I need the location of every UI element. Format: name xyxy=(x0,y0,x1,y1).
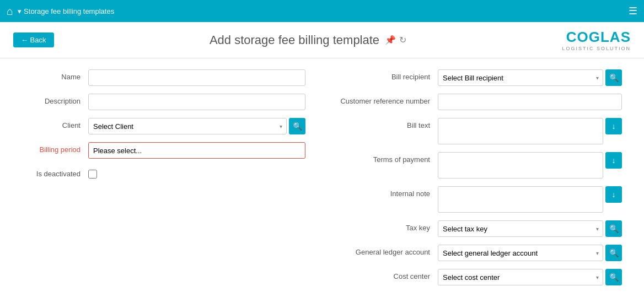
chevron-icon: ▾ xyxy=(18,7,22,15)
bill-recipient-select[interactable]: Select Bill recipient xyxy=(438,69,603,86)
internal-note-row: Internal note ↓ xyxy=(339,186,622,213)
search-icon: 🔍 xyxy=(609,248,619,257)
general-ledger-row: General ledger account Select general le… xyxy=(339,245,622,261)
home-icon[interactable]: ⌂ xyxy=(7,5,13,18)
terms-of-payment-row: Terms of payment ↓ xyxy=(339,152,622,179)
is-deactivated-control-wrap xyxy=(88,166,305,179)
arrow-down-icon: ↓ xyxy=(612,190,616,199)
coglas-logo: COGLAS LOGISTIC SOLUTION xyxy=(562,29,631,51)
page-header: ← Back Add storage fee billing template … xyxy=(0,22,644,58)
top-navigation: ⌂ ▾ Storage fee billing templates ☰ xyxy=(0,0,644,22)
cost-center-select-wrapper: Select cost center ▾ xyxy=(438,269,603,285)
name-row: Name xyxy=(22,69,305,86)
internal-note-down-button[interactable]: ↓ xyxy=(605,186,622,203)
bill-text-label: Bill text xyxy=(339,118,438,129)
tax-key-control-wrap: Select tax key ▾ 🔍 xyxy=(438,220,622,237)
pin-icon[interactable]: 📌 xyxy=(385,35,396,45)
name-label: Name xyxy=(22,69,88,81)
cost-center-control-wrap: Select cost center ▾ 🔍 xyxy=(438,269,622,285)
bill-text-textarea[interactable] xyxy=(438,118,603,144)
header-icons: 📌 ↻ xyxy=(385,35,406,45)
tax-key-select-wrapper: Select tax key ▾ xyxy=(438,220,603,237)
search-icon: 🔍 xyxy=(609,224,619,233)
general-ledger-label: General ledger account xyxy=(339,245,438,256)
customer-ref-control-wrap xyxy=(438,94,622,110)
terms-of-payment-label: Terms of payment xyxy=(339,152,438,164)
header-title-area: Add storage fee billing template 📌 ↻ xyxy=(210,33,406,47)
general-ledger-select[interactable]: Select general ledger account xyxy=(438,245,603,261)
main-content: Name Description Client Select Clie xyxy=(0,58,644,308)
logo-brand: COGLAS xyxy=(562,29,631,46)
bill-recipient-search-button[interactable]: 🔍 xyxy=(605,69,622,86)
billing-period-row: Billing period Please select... xyxy=(22,142,305,159)
is-deactivated-checkbox[interactable] xyxy=(88,170,97,179)
terms-of-payment-textarea[interactable] xyxy=(438,152,603,179)
billing-period-label: Billing period xyxy=(22,142,88,154)
description-label: Description xyxy=(22,94,88,105)
customer-ref-label: Customer reference number xyxy=(339,94,438,105)
description-control-wrap xyxy=(88,94,305,110)
arrow-down-icon: ↓ xyxy=(612,156,616,165)
name-input[interactable] xyxy=(88,69,305,86)
refresh-icon[interactable]: ↻ xyxy=(399,35,406,45)
tax-key-select[interactable]: Select tax key xyxy=(438,220,603,237)
client-row: Client Select Client ▾ 🔍 xyxy=(22,118,305,134)
client-control-wrap: Select Client ▾ 🔍 xyxy=(88,118,305,134)
billing-period-select[interactable]: Please select... xyxy=(88,142,305,159)
search-icon: 🔍 xyxy=(293,122,302,131)
internal-note-control-wrap: ↓ xyxy=(438,186,622,213)
is-deactivated-label: Is deactivated xyxy=(22,166,88,178)
right-column: Bill recipient Select Bill recipient ▾ 🔍… xyxy=(339,69,622,293)
tax-key-search-button[interactable]: 🔍 xyxy=(605,220,622,237)
cost-center-search-button[interactable]: 🔍 xyxy=(605,269,622,285)
customer-ref-input[interactable] xyxy=(438,94,622,110)
internal-note-label: Internal note xyxy=(339,186,438,198)
client-search-button[interactable]: 🔍 xyxy=(289,118,305,134)
left-column: Name Description Client Select Clie xyxy=(22,69,305,293)
client-select-wrapper: Select Client ▾ xyxy=(88,118,287,134)
bill-recipient-control-wrap: Select Bill recipient ▾ 🔍 xyxy=(438,69,622,86)
bill-text-control-wrap: ↓ xyxy=(438,118,622,144)
bill-text-down-button[interactable]: ↓ xyxy=(605,118,622,134)
customer-ref-row: Customer reference number xyxy=(339,94,622,110)
terms-of-payment-down-button[interactable]: ↓ xyxy=(605,152,622,169)
bill-recipient-select-wrapper: Select Bill recipient ▾ xyxy=(438,69,603,86)
description-input[interactable] xyxy=(88,94,305,110)
tax-key-label: Tax key xyxy=(339,220,438,232)
search-icon: 🔍 xyxy=(609,73,619,82)
page-title: Add storage fee billing template xyxy=(210,33,379,47)
back-button[interactable]: ← Back xyxy=(13,33,54,47)
breadcrumb: ▾ Storage fee billing templates xyxy=(18,7,114,15)
cost-center-label: Cost center xyxy=(339,269,438,280)
bill-recipient-row: Bill recipient Select Bill recipient ▾ 🔍 xyxy=(339,69,622,86)
logo-sub: LOGISTIC SOLUTION xyxy=(562,46,631,51)
breadcrumb-text[interactable]: Storage fee billing templates xyxy=(24,7,114,15)
name-control-wrap xyxy=(88,69,305,86)
tax-key-row: Tax key Select tax key ▾ 🔍 xyxy=(339,220,622,237)
search-icon: 🔍 xyxy=(609,273,619,282)
billing-period-control-wrap: Please select... xyxy=(88,142,305,159)
general-ledger-control-wrap: Select general ledger account ▾ 🔍 xyxy=(438,245,622,261)
is-deactivated-row: Is deactivated xyxy=(22,166,305,179)
cost-center-select[interactable]: Select cost center xyxy=(438,269,603,285)
terms-of-payment-control-wrap: ↓ xyxy=(438,152,622,179)
general-ledger-search-button[interactable]: 🔍 xyxy=(605,245,622,261)
form-grid: Name Description Client Select Clie xyxy=(22,69,622,293)
client-select[interactable]: Select Client xyxy=(88,118,287,134)
client-label: Client xyxy=(22,118,88,129)
general-ledger-select-wrapper: Select general ledger account ▾ xyxy=(438,245,603,261)
nav-left: ⌂ ▾ Storage fee billing templates xyxy=(7,5,114,18)
arrow-down-icon: ↓ xyxy=(612,122,616,131)
internal-note-textarea[interactable] xyxy=(438,186,603,213)
bill-text-row: Bill text ↓ xyxy=(339,118,622,144)
hamburger-icon[interactable]: ☰ xyxy=(629,5,637,17)
description-row: Description xyxy=(22,94,305,110)
bill-recipient-label: Bill recipient xyxy=(339,69,438,81)
cost-center-row: Cost center Select cost center ▾ 🔍 xyxy=(339,269,622,285)
